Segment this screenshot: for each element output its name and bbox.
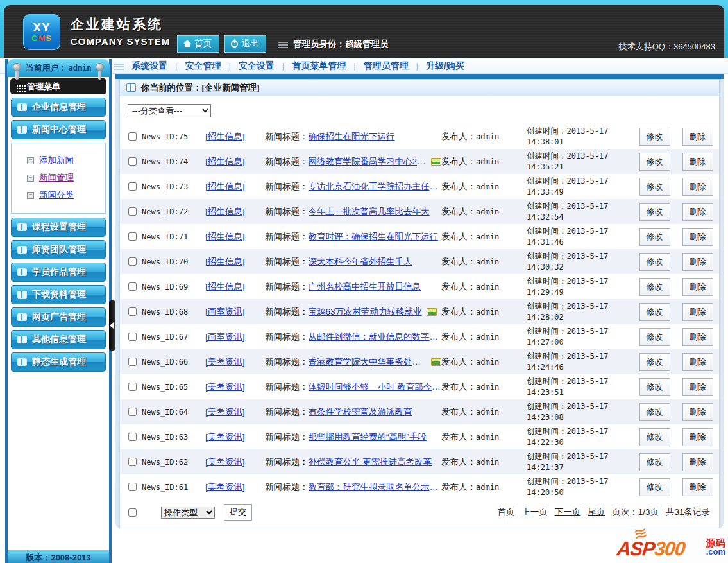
- sidebar-group-button[interactable]: 网页广告管理: [11, 307, 106, 327]
- row-checkbox[interactable]: [128, 257, 137, 266]
- edit-button[interactable]: 修改: [639, 478, 670, 496]
- pagination-next[interactable]: 下一页: [555, 507, 581, 518]
- edit-button[interactable]: 修改: [639, 128, 670, 146]
- news-title-link[interactable]: 广州名校高中招生开放日信息: [309, 281, 421, 293]
- edit-button[interactable]: 修改: [639, 403, 670, 421]
- delete-button[interactable]: 删除: [682, 128, 713, 146]
- category-link[interactable]: [招生信息]: [205, 282, 245, 291]
- delete-button[interactable]: 删除: [682, 303, 713, 321]
- row-checkbox[interactable]: [128, 207, 137, 216]
- edit-button[interactable]: 修改: [639, 203, 670, 221]
- edit-button[interactable]: 修改: [639, 428, 670, 446]
- sidebar-submenu-link[interactable]: 添加新闻: [39, 155, 74, 166]
- row-checkbox[interactable]: [128, 458, 137, 466]
- delete-button[interactable]: 删除: [682, 353, 713, 371]
- category-link[interactable]: [招生信息]: [205, 232, 245, 241]
- news-title-link[interactable]: 香港教育学院大中华事务处许声浪谈2013招生政策: [309, 356, 427, 368]
- nav-item[interactable]: 系统设置: [131, 60, 167, 71]
- row-checkbox[interactable]: [128, 483, 137, 491]
- news-title-link[interactable]: 深大本科今年省外招生千人: [309, 256, 412, 268]
- home-button[interactable]: 首页: [177, 35, 219, 53]
- delete-button[interactable]: 删除: [682, 278, 713, 296]
- delete-button[interactable]: 删除: [682, 478, 713, 496]
- category-link[interactable]: [美考资讯]: [205, 407, 245, 417]
- sidebar-group-button[interactable]: 静态生成管理: [11, 352, 106, 372]
- category-link[interactable]: [画室资讯]: [205, 332, 245, 342]
- category-link[interactable]: [画室资讯]: [205, 307, 245, 316]
- news-title-link[interactable]: 宝鸡63万农村劳动力转移就业: [309, 306, 422, 318]
- delete-button[interactable]: 删除: [682, 403, 713, 421]
- category-link[interactable]: [招生信息]: [205, 257, 245, 266]
- row-checkbox[interactable]: [128, 282, 137, 291]
- delete-button[interactable]: 删除: [682, 253, 713, 271]
- row-checkbox[interactable]: [128, 333, 137, 341]
- sidebar-group-button[interactable]: 其他信息管理: [11, 330, 106, 349]
- edit-button[interactable]: 修改: [639, 278, 670, 296]
- category-link[interactable]: [美考资讯]: [205, 382, 245, 392]
- news-title-link[interactable]: 专访北京石油化工学院招办主任魏融: [309, 181, 442, 193]
- sidebar-group-button[interactable]: 学员作品管理: [11, 263, 106, 282]
- row-checkbox[interactable]: [128, 408, 137, 416]
- row-checkbox[interactable]: [128, 383, 137, 391]
- category-link[interactable]: [招生信息]: [205, 157, 245, 166]
- category-link[interactable]: [招生信息]: [205, 132, 245, 141]
- news-title-link[interactable]: 今年上一批次普高几率比去年大: [309, 206, 430, 218]
- news-title-link[interactable]: 补偿教育公平 更需推进高考改革: [309, 456, 432, 468]
- edit-button[interactable]: 修改: [639, 378, 670, 396]
- logout-button[interactable]: 退出: [224, 35, 266, 53]
- row-checkbox[interactable]: [128, 358, 137, 366]
- pagination-last[interactable]: 尾页: [588, 507, 605, 518]
- delete-button[interactable]: 删除: [682, 153, 713, 171]
- delete-button[interactable]: 删除: [682, 178, 713, 196]
- delete-button[interactable]: 删除: [682, 328, 713, 346]
- delete-button[interactable]: 删除: [682, 453, 713, 471]
- nav-item[interactable]: 升级/购买: [426, 60, 464, 71]
- sidebar-group-button[interactable]: 下载资料管理: [11, 285, 106, 304]
- news-title-link[interactable]: 教育部：研究生拟录取名单公示不少于7个工作日: [309, 481, 442, 493]
- edit-button[interactable]: 修改: [639, 228, 670, 246]
- nav-item[interactable]: 管理员管理: [364, 60, 409, 71]
- news-title-link[interactable]: 体锻时间够不够一小时 教育部今年要专项督查: [309, 381, 442, 393]
- sidebar-group-button[interactable]: 师资团队管理: [11, 240, 106, 259]
- sidebar-submenu-link[interactable]: 新闻分类: [39, 189, 74, 201]
- nav-item[interactable]: 安全管理: [185, 60, 221, 71]
- edit-button[interactable]: 修改: [639, 178, 670, 196]
- news-title-link[interactable]: 有条件学校需普及游泳教育: [309, 406, 412, 418]
- edit-button[interactable]: 修改: [639, 453, 670, 471]
- edit-button[interactable]: 修改: [639, 328, 670, 346]
- news-title-link[interactable]: 那些挪用教育经费的“高明”手段: [309, 431, 427, 443]
- sidebar-submenu-link[interactable]: 新闻管理: [39, 172, 74, 184]
- edit-button[interactable]: 修改: [639, 253, 670, 271]
- row-checkbox[interactable]: [128, 433, 137, 441]
- row-checkbox[interactable]: [128, 232, 137, 241]
- news-title-link[interactable]: 确保招生在阳光下运行: [309, 131, 395, 143]
- news-title-link[interactable]: 教育时评：确保招生在阳光下运行: [309, 231, 439, 243]
- action-type-select[interactable]: 操作类型: [161, 507, 215, 519]
- delete-button[interactable]: 删除: [682, 203, 713, 221]
- news-title-link[interactable]: 从邮件到微信：就业信息的数字化之路: [309, 331, 442, 343]
- category-link[interactable]: [招生信息]: [205, 182, 245, 191]
- row-checkbox[interactable]: [128, 157, 137, 166]
- edit-button[interactable]: 修改: [639, 153, 670, 171]
- pagination-prev[interactable]: 上一页: [521, 507, 548, 518]
- sidebar-group-button[interactable]: 课程设置管理: [11, 218, 106, 237]
- category-filter-select[interactable]: ---分类查看---: [128, 104, 211, 117]
- category-link[interactable]: [美考资讯]: [205, 432, 245, 442]
- sidebar-group-button[interactable]: 新闻中心管理: [11, 120, 106, 139]
- news-title-link[interactable]: 网络教育学院番禺学习中心2013年秋季招生信: [309, 156, 427, 168]
- category-link[interactable]: [美考资讯]: [205, 482, 245, 492]
- pagination-first[interactable]: 首页: [497, 507, 514, 518]
- edit-button[interactable]: 修改: [639, 303, 670, 321]
- sidebar-collapse-handle[interactable]: [109, 300, 115, 351]
- select-all-checkbox[interactable]: [128, 508, 137, 517]
- edit-button[interactable]: 修改: [639, 353, 670, 371]
- submit-button[interactable]: 提交: [224, 504, 252, 521]
- delete-button[interactable]: 删除: [682, 428, 713, 446]
- category-link[interactable]: [美考资讯]: [205, 457, 245, 467]
- row-checkbox[interactable]: [128, 132, 137, 141]
- nav-item[interactable]: 首页菜单管理: [292, 60, 346, 71]
- category-link[interactable]: [美考资讯]: [205, 357, 245, 367]
- nav-item[interactable]: 安全设置: [239, 60, 275, 71]
- sidebar-group-button[interactable]: 企业信息管理: [11, 98, 106, 117]
- delete-button[interactable]: 删除: [682, 228, 713, 246]
